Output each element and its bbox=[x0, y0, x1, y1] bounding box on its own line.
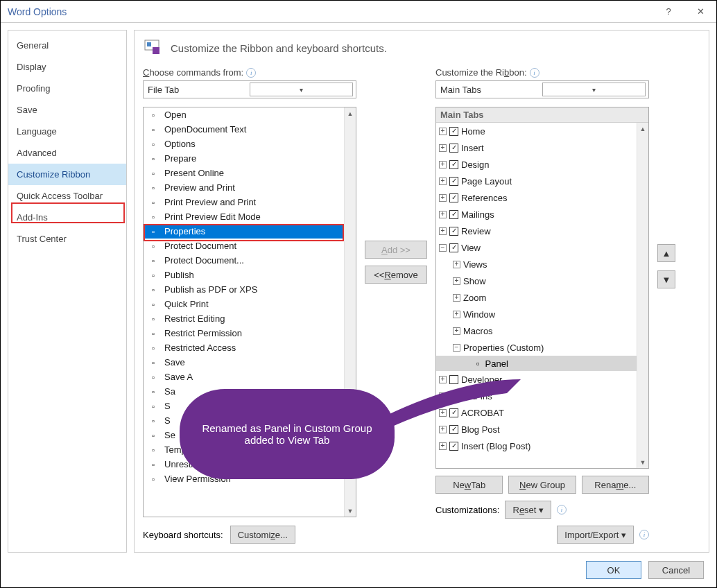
expand-icon[interactable]: + bbox=[453, 261, 460, 268]
expand-icon[interactable]: + bbox=[439, 161, 447, 168]
command-icon: ▫ bbox=[148, 226, 159, 237]
word-options-dialog: Word Options ? ✕ GeneralDisplayProofingS… bbox=[0, 0, 717, 588]
sidebar-item-advanced[interactable]: Advanced bbox=[8, 142, 126, 164]
checkbox[interactable]: ✓ bbox=[449, 160, 458, 169]
group-node[interactable]: +Macros bbox=[436, 322, 648, 339]
reset-button[interactable]: Reset ▾ bbox=[505, 501, 551, 519]
expand-icon[interactable]: + bbox=[439, 128, 447, 135]
expand-icon[interactable]: + bbox=[453, 277, 460, 285]
expand-icon[interactable]: + bbox=[453, 294, 460, 302]
checkbox[interactable]: ✓ bbox=[449, 144, 458, 153]
command-item[interactable]: ▫Present Online bbox=[144, 166, 356, 180]
scroll-down-icon[interactable]: ▼ bbox=[637, 456, 648, 468]
tab-node[interactable]: +✓References bbox=[436, 189, 648, 206]
checkbox[interactable]: ✓ bbox=[449, 127, 458, 136]
tab-node[interactable]: −✓View bbox=[436, 239, 648, 256]
tab-node[interactable]: +✓Page Layout bbox=[436, 173, 648, 189]
scroll-up-icon[interactable]: ▲ bbox=[637, 123, 648, 135]
command-item[interactable]: ▫Restrict Editing bbox=[144, 311, 356, 326]
command-item[interactable]: ▫Publish▶ bbox=[144, 268, 356, 282]
sidebar-item-proofing[interactable]: Proofing bbox=[8, 78, 126, 99]
info-icon[interactable]: i bbox=[246, 68, 256, 78]
group-node[interactable]: +Zoom bbox=[436, 289, 648, 306]
command-item[interactable]: ▫Open bbox=[144, 107, 356, 122]
remove-button[interactable]: << Remove bbox=[365, 266, 427, 284]
move-down-button[interactable]: ▼ bbox=[657, 270, 675, 288]
command-item[interactable]: ▫Save bbox=[144, 355, 356, 370]
sidebar-item-display[interactable]: Display bbox=[8, 56, 126, 78]
customize-keyboard-button[interactable]: Customize... bbox=[230, 526, 295, 544]
close-button[interactable]: ✕ bbox=[684, 1, 716, 23]
expand-icon[interactable]: + bbox=[439, 211, 447, 218]
import-export-button[interactable]: Import/Export ▾ bbox=[557, 526, 634, 544]
command-item[interactable]: ▫Protect Document▶ bbox=[144, 239, 356, 253]
help-button[interactable]: ? bbox=[653, 1, 684, 23]
command-icon: ▫ bbox=[148, 299, 159, 310]
command-item[interactable]: ▫Publish as PDF or XPS bbox=[144, 282, 356, 297]
custom-group-node[interactable]: −Properties (Custom) bbox=[436, 339, 648, 356]
checkbox[interactable]: ✓ bbox=[449, 227, 458, 236]
cancel-button[interactable]: Cancel bbox=[648, 561, 704, 579]
checkbox[interactable]: ✓ bbox=[449, 177, 458, 186]
expand-icon[interactable]: + bbox=[439, 144, 447, 152]
group-node[interactable]: +Window bbox=[436, 306, 648, 322]
add-button[interactable]: Add >> bbox=[365, 241, 427, 259]
command-item[interactable]: ▫Quick Print bbox=[144, 297, 356, 311]
sidebar-item-language[interactable]: Language bbox=[8, 121, 126, 142]
sidebar-item-quick-access-toolbar[interactable]: Quick Access Toolbar bbox=[8, 185, 126, 207]
expand-icon[interactable]: + bbox=[439, 178, 447, 185]
info-icon[interactable]: i bbox=[639, 530, 649, 539]
checkbox[interactable]: ✓ bbox=[449, 442, 458, 451]
custom-item-panel[interactable]: ▫Panel bbox=[436, 356, 648, 371]
info-icon[interactable]: i bbox=[530, 68, 539, 78]
tab-node[interactable]: +✓Review bbox=[436, 223, 648, 239]
expand-icon[interactable]: + bbox=[453, 311, 460, 318]
checkbox[interactable]: ✓ bbox=[449, 193, 458, 202]
tab-node[interactable]: +✓Insert bbox=[436, 139, 648, 156]
command-item[interactable]: ▫OpenDocument Text bbox=[144, 122, 356, 137]
expand-icon[interactable]: − bbox=[439, 244, 447, 252]
command-item[interactable]: ▫Restrict Permission▶ bbox=[144, 326, 356, 340]
scrollbar[interactable]: ▲ ▼ bbox=[637, 123, 648, 468]
command-item[interactable]: ▫Options bbox=[144, 137, 356, 151]
sidebar-item-trust-center[interactable]: Trust Center bbox=[8, 228, 126, 250]
expand-icon[interactable]: − bbox=[453, 344, 460, 352]
tab-node[interactable]: +✓Home bbox=[436, 123, 648, 139]
command-item[interactable]: ▫Properties bbox=[144, 224, 356, 239]
scroll-up-icon[interactable]: ▲ bbox=[345, 107, 356, 119]
ok-button[interactable]: OK bbox=[586, 561, 641, 579]
rename-button[interactable]: Rename... bbox=[582, 476, 649, 494]
move-up-button[interactable]: ▲ bbox=[657, 244, 675, 262]
command-item[interactable]: ▫Protect Document... bbox=[144, 253, 356, 268]
checkbox[interactable]: ✓ bbox=[449, 243, 458, 252]
command-item[interactable]: ▫Print Preview and Print bbox=[144, 195, 356, 209]
scroll-down-icon[interactable]: ▼ bbox=[345, 505, 356, 517]
command-item[interactable]: ▫Prepare▶ bbox=[144, 151, 356, 166]
new-tab-button[interactable]: New Tab bbox=[435, 476, 503, 494]
command-icon: ▫ bbox=[148, 255, 159, 266]
sidebar-item-customize-ribbon[interactable]: Customize Ribbon bbox=[8, 164, 126, 185]
tab-node[interactable]: +✓Insert (Blog Post) bbox=[436, 438, 648, 454]
expand-icon[interactable]: + bbox=[439, 194, 447, 202]
command-item[interactable]: ▫Preview and Print▶ bbox=[144, 180, 356, 195]
choose-commands-label: Choose commands from: bbox=[143, 67, 243, 78]
tab-node[interactable]: +✓Mailings bbox=[436, 206, 648, 223]
expand-icon[interactable]: + bbox=[439, 227, 447, 235]
expand-icon[interactable]: + bbox=[453, 327, 460, 335]
checkbox[interactable]: ✓ bbox=[449, 210, 458, 219]
command-item[interactable]: ▫Restricted Access bbox=[144, 340, 356, 355]
tab-node[interactable]: +✓Design bbox=[436, 156, 648, 173]
command-item[interactable]: ▫Print Preview Edit Mode bbox=[144, 209, 356, 224]
command-item[interactable]: ▫Save A bbox=[144, 370, 356, 384]
new-group-button[interactable]: New Group bbox=[508, 476, 576, 494]
customize-ribbon-combo[interactable]: Main Tabs ▾ bbox=[435, 80, 649, 98]
command-icon: ▫ bbox=[148, 124, 159, 135]
choose-commands-combo[interactable]: File Tab ▾ bbox=[143, 80, 356, 98]
sidebar-item-save[interactable]: Save bbox=[8, 99, 126, 121]
sidebar-item-general[interactable]: General bbox=[8, 35, 126, 56]
group-node[interactable]: +Views bbox=[436, 256, 648, 273]
group-node[interactable]: +Show bbox=[436, 273, 648, 289]
expand-icon[interactable]: + bbox=[439, 442, 447, 450]
info-icon[interactable]: i bbox=[557, 505, 567, 514]
sidebar-item-add-ins[interactable]: Add-Ins bbox=[8, 207, 126, 228]
